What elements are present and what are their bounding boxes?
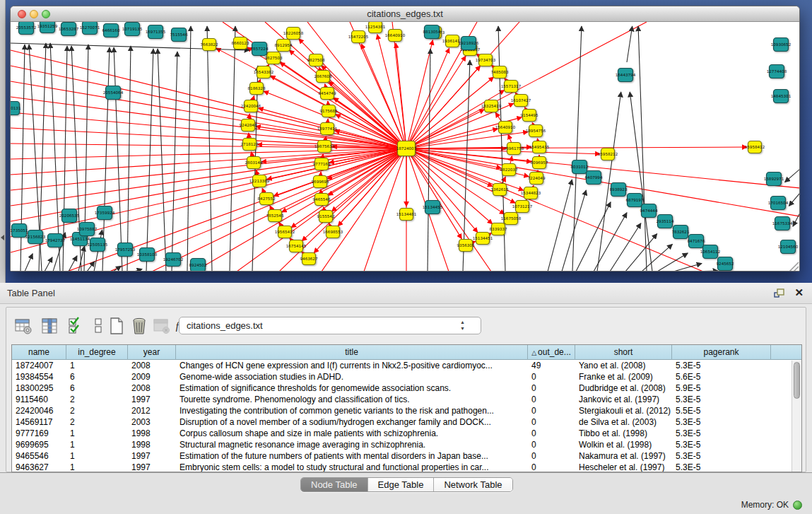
graph-node[interactable]: 9245652 (717, 257, 734, 271)
graph-node[interactable]: 16443794 (616, 69, 636, 82)
graph-node[interactable]: 18954756 (526, 125, 546, 137)
float-panel-icon[interactable] (774, 288, 785, 298)
canvas-resize-grip[interactable] (789, 262, 799, 271)
graph-node[interactable]: 10975887 (77, 223, 98, 236)
column-header-out_de[interactable]: △out_de... (528, 345, 575, 360)
graph-node[interactable]: 9175685 (320, 105, 338, 117)
graph-node[interactable]: 15892971 (764, 173, 784, 186)
graph-node[interactable]: 15134455 (423, 201, 443, 214)
citation-graph[interactable]: 1872400718226058891295498275031654338281… (11, 22, 800, 271)
graph-node[interactable]: 7832621 (672, 226, 690, 239)
graph-node[interactable]: 22420046 (241, 100, 261, 112)
graph-node[interactable]: 9242848 (240, 119, 257, 132)
graph-node[interactable]: 9827503 (265, 52, 283, 64)
graph-node[interactable]: 18226058 (283, 28, 304, 40)
delete-column-icon[interactable] (129, 316, 149, 336)
graph-node[interactable]: 9699695 (312, 176, 329, 188)
graph-node[interactable]: 6466160 (102, 24, 120, 37)
table-selector-dropdown[interactable]: citations_edges.txt ▲▼ (179, 317, 481, 334)
graph-node[interactable]: 15958212 (598, 148, 618, 160)
graph-node[interactable]: 12156823 (25, 230, 46, 244)
vertical-scrollbar[interactable] (792, 361, 801, 472)
column-header-pagerank[interactable]: pagerank (672, 345, 771, 360)
graph-node[interactable]: 2803144 (245, 157, 263, 169)
graph-node[interactable]: 8186328 (248, 83, 266, 95)
graph-node[interactable]: 15495435 (529, 141, 550, 153)
table-row[interactable]: 1830029562008Estimation of significance … (12, 383, 792, 395)
graph-node[interactable]: 15472205 (348, 31, 369, 43)
graph-node[interactable]: 15270071 (80, 22, 100, 35)
graph-node[interactable]: 15958412 (745, 141, 765, 153)
delete-table-icon[interactable] (152, 316, 172, 336)
graph-node[interactable]: 8938923 (610, 183, 628, 197)
graph-node[interactable]: 10358108 (137, 248, 158, 262)
graph-node[interactable]: 9155542 (317, 211, 335, 223)
graph-node[interactable]: 2718120 (241, 139, 259, 151)
table-row[interactable]: 1456911722003Disruption of a novel membe… (12, 417, 792, 428)
table-row[interactable]: 2242004622012Investigating the contribut… (12, 406, 792, 417)
side-panel-divider[interactable] (0, 0, 6, 283)
scrollbar-thumb[interactable] (794, 362, 800, 399)
graph-node[interactable]: 17359924 (95, 206, 115, 220)
table-row[interactable]: 911546021997Tourette syndrome. Phenomeno… (12, 395, 792, 406)
graph-node[interactable]: 9827508 (307, 54, 325, 66)
graph-node[interactable]: 7663822 (201, 39, 218, 51)
graph-node[interactable]: 11675334 (772, 217, 793, 230)
table-row[interactable]: 1872400712008Changes of HCN gene express… (12, 361, 792, 372)
graph-node[interactable]: 8471676 (688, 235, 705, 248)
graph-node[interactable]: 7515546 (170, 28, 188, 42)
graph-node[interactable]: 19565412 (275, 226, 295, 238)
graph-node[interactable]: 17942737 (45, 234, 66, 247)
graph-node[interactable]: 1362615 (491, 184, 509, 196)
graph-node[interactable]: 10731217 (512, 201, 533, 213)
graph-node[interactable]: 20554064 (103, 86, 124, 100)
window-titlebar[interactable]: citations_edges.txt (11, 6, 799, 22)
graph-node[interactable]: 20553572 (16, 22, 36, 35)
graph-node[interactable]: 9465546 (313, 194, 331, 206)
graph-node[interactable]: 2935114 (657, 215, 674, 228)
graph-node[interactable]: 9463627 (300, 253, 318, 265)
graph-node[interactable]: 8031012 (571, 160, 589, 174)
column-header-in_degree[interactable]: in_degree (66, 345, 128, 360)
table-row[interactable]: 969969511998Structural magnetic resonanc… (12, 440, 792, 451)
table-row[interactable]: 977716911998Corpus callosum shape and si… (12, 428, 792, 440)
graph-node[interactable]: 16754145 (286, 240, 307, 252)
table-settings-icon[interactable] (13, 316, 33, 336)
graph-node[interactable]: 8427552 (258, 193, 276, 205)
graph-node[interactable]: 2867608 (314, 71, 332, 83)
graph-node[interactable]: 8096957 (531, 157, 548, 169)
graph-node[interactable]: 16961758 (504, 143, 524, 155)
column-header-short[interactable]: short (575, 345, 672, 360)
graph-node[interactable]: 12774408 (767, 65, 787, 78)
network-canvas[interactable]: 1872400718226058891295498275031654338281… (11, 22, 800, 271)
graph-node[interactable]: 17957253 (115, 243, 136, 257)
graph-node[interactable]: 8660123 (232, 37, 249, 49)
graph-node[interactable]: 15134481 (396, 209, 417, 221)
deselect-all-icon[interactable] (88, 316, 108, 336)
graph-node[interactable]: 9154495 (521, 110, 539, 122)
graph-node[interactable]: 9777169 (313, 158, 331, 170)
graph-node[interactable]: 8912954 (275, 40, 293, 52)
graph-node[interactable]: 17016504 (768, 197, 789, 210)
tab-node-table[interactable]: Node Table (301, 478, 368, 492)
column-visibility-icon[interactable] (40, 316, 59, 336)
graph-node[interactable]: 9356305 (457, 240, 475, 252)
graph-node[interactable]: 19218926 (459, 37, 479, 50)
graph-node[interactable]: 12505135 (88, 238, 108, 252)
graph-node[interactable]: 9474444 (640, 204, 658, 218)
collapse-arrow-icon[interactable] (1, 235, 4, 240)
tab-network-table[interactable]: Network Table (434, 478, 512, 492)
graph-node[interactable]: 16971355 (146, 25, 166, 39)
graph-node[interactable]: 19246702 (163, 253, 183, 267)
graph-node[interactable]: 16698553 (323, 226, 343, 238)
select-all-icon[interactable] (66, 316, 86, 336)
graph-node[interactable]: 16107427 (511, 95, 531, 107)
graph-node[interactable]: 10719135 (122, 23, 143, 36)
graph-node[interactable]: 6879197 (626, 194, 644, 207)
graph-node[interactable]: 7852545 (266, 210, 284, 222)
graph-node[interactable]: 20206535 (59, 209, 80, 223)
graph-node[interactable]: 8454749 (319, 88, 336, 100)
graph-node[interactable]: 7485083 (491, 66, 509, 78)
graph-node[interactable]: 18977411 (317, 123, 338, 135)
new-column-icon[interactable] (107, 316, 126, 336)
